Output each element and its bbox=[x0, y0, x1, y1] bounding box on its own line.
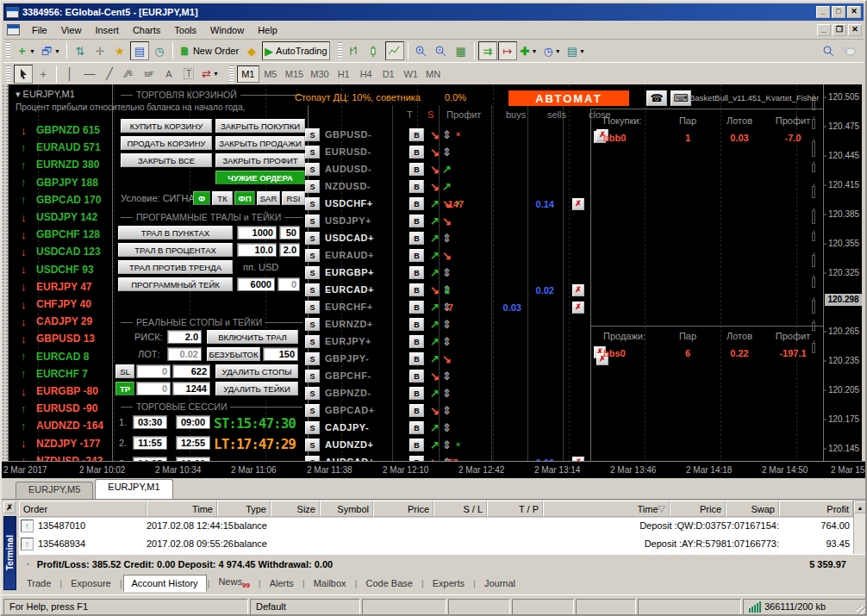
buy-button[interactable]: B bbox=[409, 301, 424, 314]
navigator-icon[interactable]: ★ bbox=[110, 41, 129, 60]
terminal-icon[interactable]: ▤ bbox=[130, 41, 149, 60]
feedback-chat-icon[interactable] bbox=[839, 41, 858, 60]
buy-button[interactable]: B bbox=[409, 456, 424, 461]
indicators-icon[interactable]: ✚▼ bbox=[518, 41, 540, 60]
toolbar-grip[interactable] bbox=[6, 42, 10, 59]
price-scale[interactable]: 120.505120.475120.445120.415120.385120.3… bbox=[823, 84, 862, 461]
buy-button[interactable]: B bbox=[409, 439, 424, 451]
close-pair-button[interactable]: ✗ bbox=[572, 302, 584, 314]
maximize-button[interactable]: □ bbox=[832, 6, 845, 18]
sell-button[interactable]: S bbox=[305, 215, 320, 227]
buy-button[interactable]: B bbox=[409, 335, 424, 348]
buy-button[interactable]: B bbox=[409, 146, 424, 159]
auto-scroll-icon[interactable]: ⇉ bbox=[478, 41, 497, 60]
tab-mailbox[interactable]: Mailbox bbox=[306, 576, 354, 591]
tab-code-base[interactable]: Code Base bbox=[358, 576, 420, 591]
buy-button[interactable]: B bbox=[409, 283, 424, 296]
market-watch-icon[interactable]: ⇅ bbox=[71, 41, 90, 60]
line-chart-icon[interactable] bbox=[385, 41, 404, 60]
period-m1[interactable]: M1 bbox=[237, 65, 259, 83]
terminal-close-button[interactable]: ✗ bbox=[3, 501, 16, 513]
fibonacci-icon[interactable]: ▤F bbox=[140, 65, 159, 84]
text-icon[interactable]: A bbox=[159, 65, 178, 84]
phone-icon-button[interactable]: ☎ bbox=[646, 90, 667, 106]
chart-symbol-label[interactable]: ▾ EURJPY,M1 bbox=[16, 89, 75, 100]
chart-shift-icon[interactable]: ↦ bbox=[498, 41, 517, 60]
terminal-side-tab[interactable]: Terminal bbox=[3, 516, 16, 590]
buy-button[interactable]: B bbox=[409, 128, 424, 141]
history-row[interactable]: ↑1354689342017.02.08 09:55:26balanceDepo… bbox=[19, 536, 853, 554]
period-w1[interactable]: W1 bbox=[400, 65, 422, 83]
buy-button[interactable]: B bbox=[409, 404, 424, 417]
buy-button[interactable]: B bbox=[409, 421, 424, 434]
sell-button[interactable]: S bbox=[305, 456, 320, 461]
header-sl[interactable]: S / L bbox=[434, 501, 487, 517]
buy-button[interactable]: B bbox=[409, 387, 424, 400]
sell-button[interactable]: S bbox=[305, 163, 320, 176]
menu-insert[interactable]: Insert bbox=[88, 22, 126, 38]
tab-trade[interactable]: Trade bbox=[19, 576, 59, 591]
title-bar[interactable]: 3384956: EGlobal-Cent5 - [EURJPY,M1] _ □… bbox=[3, 3, 864, 21]
vertical-line-icon[interactable]: │ bbox=[60, 65, 79, 84]
buy-button[interactable]: B bbox=[409, 318, 424, 331]
header-size[interactable]: Size bbox=[271, 501, 320, 517]
period-h4[interactable]: H4 bbox=[355, 65, 377, 83]
scroll-up-icon[interactable]: ▲ bbox=[854, 501, 866, 513]
period-d1[interactable]: D1 bbox=[377, 65, 400, 83]
tab-account-history[interactable]: Account History bbox=[123, 575, 207, 592]
buy-button[interactable]: B bbox=[409, 180, 424, 193]
chart-area[interactable]: ▾ EURJPY,M1 Процент прибыли относительно… bbox=[9, 84, 862, 461]
sell-button[interactable]: S bbox=[305, 249, 320, 262]
templates-icon[interactable]: ▤▼ bbox=[564, 41, 588, 60]
sell-button[interactable]: S bbox=[305, 266, 320, 279]
expert-advisors-icon[interactable]: ◆ bbox=[242, 41, 261, 60]
sell-button[interactable]: S bbox=[305, 318, 320, 331]
sell-button[interactable]: S bbox=[305, 232, 320, 245]
menu-file[interactable]: File bbox=[25, 22, 54, 38]
tab-exposure[interactable]: Exposure bbox=[63, 576, 118, 591]
tile-windows-icon[interactable]: ▦ bbox=[452, 41, 471, 60]
chart-tab[interactable]: EURJPY,M1 bbox=[95, 479, 172, 499]
header-type[interactable]: Type bbox=[217, 501, 271, 517]
menu-charts[interactable]: Charts bbox=[126, 22, 167, 38]
toolbar-grip[interactable] bbox=[338, 42, 342, 59]
menu-view[interactable]: View bbox=[54, 22, 89, 38]
sell-button[interactable]: S bbox=[305, 301, 320, 314]
toolbar-grip[interactable] bbox=[229, 65, 234, 83]
sell-button[interactable]: S bbox=[305, 128, 320, 141]
child-minimize-button[interactable]: _ bbox=[817, 24, 831, 36]
period-m15[interactable]: M15 bbox=[282, 65, 307, 83]
menu-help[interactable]: Help bbox=[251, 22, 284, 38]
history-row[interactable]: ↑1354870102017.02.08 12:44:15balanceDepo… bbox=[19, 518, 853, 536]
sell-button[interactable]: S bbox=[305, 404, 320, 417]
strategy-tester-icon[interactable]: ◷ bbox=[150, 41, 169, 60]
tab-news[interactable]: News99 bbox=[210, 574, 257, 592]
chart-tab[interactable]: EURJPY,M5 bbox=[16, 482, 93, 499]
buy-button[interactable]: B bbox=[409, 197, 424, 210]
sell-button[interactable]: S bbox=[305, 352, 320, 365]
close-pair-button[interactable]: ✗ bbox=[572, 457, 584, 461]
sell-button[interactable]: S bbox=[305, 283, 320, 296]
autotrading-button[interactable]: ▶AutoTrading bbox=[262, 41, 330, 60]
child-restore-button[interactable]: ❐ bbox=[833, 24, 846, 36]
channel-icon[interactable]: ∕∕E bbox=[120, 65, 139, 84]
new-chart-icon[interactable]: ＋▼ bbox=[14, 41, 38, 60]
header-time[interactable]: Time ▽ bbox=[543, 501, 670, 517]
sell-button[interactable]: S bbox=[305, 421, 320, 434]
buy-button[interactable]: B bbox=[409, 249, 424, 262]
sell-button[interactable]: S bbox=[305, 370, 320, 383]
buy-button[interactable]: B bbox=[409, 352, 424, 365]
search-icon[interactable] bbox=[819, 41, 838, 60]
profile-indicator[interactable]: Default bbox=[250, 599, 360, 615]
buy-button[interactable]: B bbox=[409, 163, 424, 176]
buy-button[interactable]: B bbox=[409, 232, 424, 245]
header-tp[interactable]: T / P bbox=[487, 501, 543, 517]
buy-button[interactable]: B bbox=[409, 215, 424, 227]
sell-button[interactable]: S bbox=[305, 335, 320, 348]
bar-chart-icon[interactable] bbox=[346, 41, 365, 60]
period-h1[interactable]: H1 bbox=[333, 65, 355, 83]
new-order-button[interactable]: 🗎New Order bbox=[177, 41, 241, 60]
minimize-button[interactable]: _ bbox=[816, 6, 830, 18]
menu-window[interactable]: Window bbox=[203, 22, 251, 38]
header-order[interactable]: Order bbox=[19, 501, 147, 517]
